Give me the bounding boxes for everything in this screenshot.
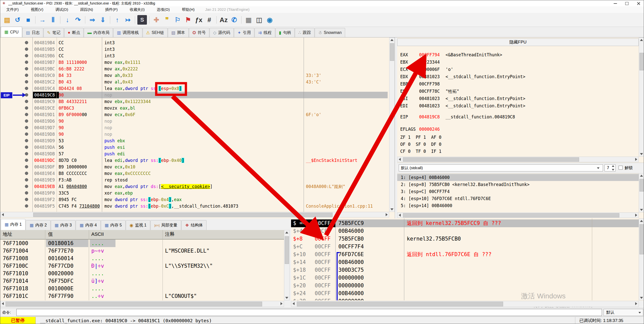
command-input[interactable]	[16, 309, 602, 316]
breakpoint-dot[interactable]	[25, 119, 28, 123]
tab-script[interactable]: ▧脚本	[168, 28, 189, 37]
register-row[interactable]: EAX00CFF794<&BaseThreadInitThunk>	[397, 52, 639, 58]
stack-arg-row[interactable]: 4: [esp+10] 76FD7C6E ntdll.76FD7C6E	[397, 195, 639, 202]
scrollbar-thumb[interactable]	[403, 157, 579, 162]
dump-tab-watch-1[interactable]: ◉监视 1	[126, 220, 150, 230]
registers-hscrollbar[interactable]	[397, 157, 639, 162]
dump-tab-memory-5[interactable]: ▦内存 5	[101, 220, 126, 230]
breakpoint-dot[interactable]	[25, 178, 28, 181]
scroll-down-icon[interactable]	[639, 208, 644, 212]
dump-row[interactable]: 76F7100000180016....	[0, 240, 284, 247]
breakpoint-dot[interactable]	[25, 185, 28, 188]
dump-row[interactable]: 76F7101000020000....	[0, 270, 284, 277]
scroll-up-icon[interactable]	[639, 173, 644, 178]
dump-header-2[interactable]: ASCII	[91, 230, 104, 239]
breakpoint-dot[interactable]	[25, 146, 28, 149]
breakpoint-dot[interactable]	[25, 191, 28, 195]
disasm-row[interactable]: 004819D790nop	[0, 124, 389, 131]
disasm-row[interactable]: 004819B6CCint3	[0, 53, 389, 59]
disasm-row[interactable]: 004819B5CCint3	[0, 46, 389, 53]
stack-arg-row[interactable]: 5: [esp+14] 00B46000	[397, 202, 639, 209]
breakpoint-dot[interactable]	[25, 67, 28, 70]
scroll-up-icon[interactable]	[389, 38, 394, 42]
dump-vscrollbar[interactable]	[284, 230, 290, 300]
disasm-row[interactable]: 004819D890nop	[0, 131, 389, 137]
step-into-icon[interactable]: ↓	[63, 15, 72, 25]
register-row[interactable]: ESP00CFF78C"牲祏"	[397, 88, 639, 95]
tab-notes[interactable]: ✎笔记	[44, 28, 64, 37]
breakpoint-dot[interactable]	[25, 165, 28, 168]
stack-arg-row[interactable]: 2: [esp+8] 75B5FCB0 <kernel32.BaseThread…	[397, 181, 639, 188]
disasm-row[interactable]: 004819F033C5xor eax,ebp	[0, 190, 389, 196]
disasm-row[interactable]: 004819BC66:B8 2222mov ax,0x2222	[0, 66, 389, 72]
register-row[interactable]: EBX11223344	[397, 59, 639, 65]
scroll-left-icon[interactable]	[1, 301, 5, 307]
scroll-left-icon[interactable]	[397, 157, 402, 162]
disasm-row[interactable]: 004819F28945 FCmov dword ptr ss:[ebp-0x4…	[0, 196, 389, 203]
open-file-icon[interactable]: ▤	[2, 15, 12, 25]
spin-down-icon[interactable]	[612, 169, 614, 171]
breakpoint-dot[interactable]	[25, 106, 28, 110]
stack-row[interactable]: $+1400CFF00B46000	[291, 258, 639, 266]
stack-row[interactable]: $+2400CFF00B46000	[291, 290, 639, 297]
breakpoint-dot[interactable]	[25, 198, 28, 201]
disasm-row[interactable]: 004819C2B0 43mov al,0x4343:'C'	[0, 79, 389, 85]
disasm-row[interactable]: 004819DC8D7D C0lea edi,dword ptr ss:[ebp…	[0, 157, 389, 164]
breakpoint-dot[interactable]	[25, 80, 28, 83]
breakpoint-dot[interactable]	[25, 41, 28, 44]
disasm-vscrollbar[interactable]	[389, 37, 395, 212]
stack-row[interactable]: $ ==>00CFF75B5FCC9返回到 kernel32.75B5FCC9 …	[291, 219, 639, 227]
dump-row[interactable]: 76F7101C76F77F90..÷vL"CONOUT$"	[0, 292, 284, 300]
dump-row[interactable]: 76F7100800160014....	[0, 255, 284, 262]
run-icon[interactable]: →	[38, 15, 47, 25]
register-row[interactable]: EDI00481023<__stdcall_function.EntryPoin…	[397, 103, 639, 109]
call-phone-icon[interactable]: ✆	[229, 15, 239, 25]
breakpoint-dot[interactable]	[25, 126, 28, 129]
trace-into-icon[interactable]: ⇓	[98, 15, 108, 25]
disasm-row[interactable]: 004819DFB9 10000000mov ecx,0x10	[0, 164, 389, 170]
stop-icon[interactable]: ■	[23, 15, 33, 25]
scrollbar-thumb[interactable]	[390, 43, 394, 61]
disasm-hscrollbar[interactable]	[0, 212, 389, 217]
menu-item[interactable]: 视图(V)	[25, 6, 49, 13]
stack-row[interactable]: $+2000CFF00000000	[291, 282, 639, 290]
scroll-up-icon[interactable]	[284, 230, 289, 235]
args-vscrollbar[interactable]	[639, 173, 644, 212]
dump-tab-memory-2[interactable]: ▦内存 2	[26, 220, 50, 230]
breakpoint-dot[interactable]	[25, 100, 28, 103]
menu-item[interactable]: 选项(O)	[151, 6, 176, 13]
stack-row[interactable]: $+1800CFF300D3C75	[291, 266, 639, 274]
register-row[interactable]: EBP00CFF798	[397, 81, 639, 87]
menu-item[interactable]: 跟踪(N)	[74, 6, 99, 13]
breakpoint-dot[interactable]	[25, 48, 28, 51]
menu-item[interactable]: 调试(D)	[49, 6, 74, 13]
stack-row[interactable]: $+C00CFF00CFF7F4	[291, 243, 639, 251]
disasm-row[interactable]: 004819B4CCint3	[0, 39, 389, 46]
disasm-row[interactable]: 004819E4B8 CCCCCCCCmov eax,0xCCCCCCCC	[0, 170, 389, 177]
scrollbar-thumb[interactable]	[297, 302, 503, 306]
menu-item[interactable]: 插件(P)	[99, 6, 124, 13]
arg-count-stepper[interactable]: 7	[605, 164, 616, 171]
tab-breakpoints[interactable]: ●断点	[64, 28, 84, 37]
tab-log[interactable]: ▤日志	[22, 28, 43, 37]
calculator-icon[interactable]: ▦	[244, 15, 253, 25]
step-over-icon[interactable]: ↷	[73, 15, 83, 25]
breakpoint-dot[interactable]	[25, 113, 28, 116]
register-row[interactable]: EIP004819C8__stdcall_function.004819C8	[397, 114, 639, 120]
scroll-down-icon[interactable]	[639, 152, 644, 156]
window-icon[interactable]: ◫	[254, 15, 264, 25]
dump-row[interactable]: 76F710180010000E....	[0, 285, 284, 292]
tab-symbols[interactable]: ✪符号	[189, 28, 209, 37]
breakpoint-dot[interactable]	[25, 139, 28, 142]
tab-call-stack[interactable]: ▥调用堆栈	[113, 28, 142, 37]
ordinals-icon[interactable]: #	[205, 15, 214, 25]
stack-row[interactable]: $+1C00CFF00000000	[291, 274, 639, 282]
scroll-right-icon[interactable]	[634, 301, 638, 307]
tab-threads[interactable]: ⇉线程	[255, 28, 275, 37]
dump-row[interactable]: 76F7101476F75DFCü]÷v	[0, 277, 284, 285]
scroll-left-icon[interactable]	[1, 212, 5, 217]
disasm-row[interactable]: 004819B7B8 11110000mov eax,0x1111	[0, 59, 389, 66]
tab-source[interactable]: ◇源代码	[210, 28, 234, 37]
scrollbar-thumb[interactable]	[639, 179, 644, 192]
disasm-row[interactable]: 004819DB57push edi	[0, 151, 389, 157]
